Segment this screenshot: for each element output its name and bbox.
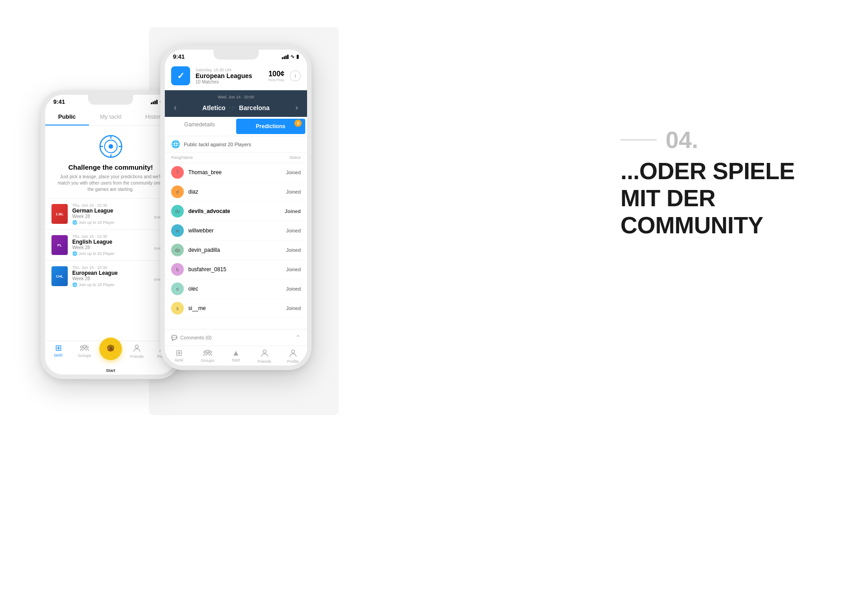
players-table: Rang/Name Status T Thomas_bree Joined d … <box>165 153 307 329</box>
prev-match-button[interactable]: ‹ <box>171 103 179 112</box>
notch-right <box>214 50 259 60</box>
match-teams: ‹ Atletico · : · Barcelona › <box>171 103 301 112</box>
avatar-devin: dp <box>171 244 184 256</box>
avatar-sime: s <box>171 302 184 315</box>
svg-point-8 <box>81 346 83 348</box>
tab-gamedetails[interactable]: Gamedetails <box>165 117 234 136</box>
player-row-0[interactable]: T Thomas_bree Joined <box>165 163 307 182</box>
league-join-3: 🌐 Join up to 20 Player <box>72 283 149 287</box>
svg-point-13 <box>112 347 113 348</box>
player-name-5: busfahrer_0815 <box>188 266 282 273</box>
player-name-1: diaz <box>188 189 282 195</box>
league-info-2: Thu. Jun 15 · 15:30 English League Week … <box>72 234 149 256</box>
avatar-olec: o <box>171 283 184 295</box>
next-match-button[interactable]: › <box>293 103 301 112</box>
tagline-line2: MIT DER <box>620 185 795 212</box>
team-home: Atletico <box>202 104 225 111</box>
player-row-6[interactable]: o olec Joined <box>165 279 307 299</box>
friends-icon <box>133 344 141 353</box>
tab-public[interactable]: Public <box>45 111 89 125</box>
nav-groups-right[interactable]: Groups <box>193 349 222 364</box>
league-header-matches: 10 Matches <box>196 79 263 84</box>
comments-left: 💬 Comments (0) <box>171 335 212 341</box>
nav-profile-right[interactable]: Profile <box>279 349 307 364</box>
tagline-line1: ...ODER SPIELE <box>620 158 795 185</box>
section-number: 04. <box>666 126 698 153</box>
globe-icon: 🌐 <box>171 140 180 148</box>
league-date-1: Thu. Jun 15 · 15:30 <box>72 203 149 208</box>
player-status-6: Joined <box>286 286 301 292</box>
player-status-3: Joined <box>286 228 301 233</box>
svg-point-20 <box>291 350 294 353</box>
league-card-1[interactable]: 1.BL Thu. Jun 15 · 15:30 German League W… <box>45 198 176 229</box>
svg-point-7 <box>83 345 86 348</box>
bottom-nav-right: ⊞ tackl Groups ▲ Start <box>165 346 307 366</box>
public-text: Public tackl against 20 Players <box>184 142 251 147</box>
profile-icon-right <box>289 349 297 358</box>
avatar-thomas: T <box>171 166 184 179</box>
league-header-date: Saturday, 15:30 Uhr <box>196 68 263 72</box>
league-header-prize: 100¢ First Prize <box>268 70 284 82</box>
nav-tackl-right[interactable]: ⊞ tackl <box>165 349 193 364</box>
table-header: Rang/Name Status <box>165 153 307 163</box>
groups-icon <box>80 344 89 352</box>
league-name-3: European League <box>72 270 149 276</box>
player-name-6: olec <box>188 286 282 292</box>
phone-left: 9:41 ∿ ▮ Public My tackl History <box>41 90 181 379</box>
avatar-bus: b <box>171 263 184 276</box>
player-status-7: Joined <box>286 306 301 311</box>
player-row-3[interactable]: w willwebber Joined <box>165 221 307 241</box>
tab-predictions[interactable]: Predictions 3 <box>236 119 306 134</box>
nav-tabs-left: Public My tackl History <box>45 107 176 126</box>
league-week-1: Week 28 <box>72 214 149 219</box>
comments-bar[interactable]: 💬 Comments (0) ⌃ <box>165 329 307 346</box>
player-row-4[interactable]: dp devin_padilla Joined <box>165 241 307 260</box>
badge-chl: CHL <box>51 266 68 286</box>
team-away: Barcelona <box>239 104 270 111</box>
match-date: Wed. Jun 14 · 20:00 <box>171 95 301 99</box>
player-row-7[interactable]: s si__me Joined <box>165 299 307 318</box>
chevron-up-icon[interactable]: ⌃ <box>295 334 301 341</box>
league-card-3[interactable]: CHL Thu. Jun 15 · 15:30 European League … <box>45 260 176 292</box>
info-button[interactable]: i <box>290 70 301 81</box>
avatar-will: w <box>171 224 184 237</box>
league-info-1: Thu. Jun 15 · 15:30 German League Week 2… <box>72 203 149 225</box>
phone-right: 9:41 ∿ ▮ ✓ Saturday, 15:30 Uhr European … <box>160 45 312 370</box>
tab-my-tackl[interactable]: My tackl <box>89 111 133 125</box>
league-badge-right: ✓ <box>171 66 190 85</box>
tackl-icon: ⊞ <box>55 344 62 352</box>
player-name-7: si__me <box>188 305 282 311</box>
player-status-1: Joined <box>286 189 301 195</box>
nav-start-right[interactable]: ▲ Start <box>222 349 250 364</box>
nav-friends-left[interactable]: Friends <box>124 344 150 373</box>
time-right: 9:41 <box>173 53 185 60</box>
nav-tackl-left[interactable]: ⊞ tackl <box>45 344 71 373</box>
comment-icon: 💬 <box>171 335 177 341</box>
col-status: Status <box>289 155 301 160</box>
predictions-badge: 3 <box>294 120 302 127</box>
svg-point-18 <box>209 351 211 353</box>
player-row-1[interactable]: d diaz Joined <box>165 182 307 202</box>
badge-pl: PL <box>51 235 68 255</box>
avatar-diaz: d <box>171 185 184 198</box>
nav-start-left[interactable]: Start <box>98 344 124 373</box>
globe-small-2: 🌐 <box>72 251 77 256</box>
bottom-nav-left: ⊞ tackl Groups <box>45 341 176 375</box>
signal-icon <box>151 100 158 104</box>
public-info: 🌐 Public tackl against 20 Players <box>165 136 307 153</box>
friends-icon-right <box>261 349 269 358</box>
wifi-icon-right: ∿ <box>290 54 294 60</box>
player-row-5[interactable]: b busfahrer_0815 Joined <box>165 260 307 279</box>
nav-groups-left[interactable]: Groups <box>71 344 98 373</box>
league-header-name: European Leagues <box>196 72 263 79</box>
league-date-3: Thu. Jun 15 · 15:30 <box>72 265 149 270</box>
league-info-3: Thu. Jun 15 · 15:30 European League Week… <box>72 265 149 287</box>
status-icons-right: ∿ ▮ <box>282 54 299 60</box>
league-card-2[interactable]: PL Thu. Jun 15 · 15:30 English League We… <box>45 229 176 260</box>
challenge-title: Challenge the community! <box>68 163 153 171</box>
start-button[interactable] <box>99 338 122 360</box>
player-row-2[interactable]: dv devils_advocate Joined <box>165 202 307 221</box>
groups-icon-right <box>203 349 212 357</box>
nav-friends-right[interactable]: Friends <box>250 349 279 364</box>
league-name-2: English League <box>72 239 149 245</box>
